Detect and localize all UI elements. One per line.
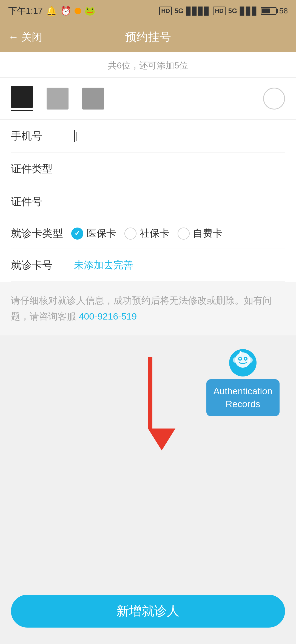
radio-zifei[interactable]: 自费卡 (178, 227, 223, 240)
info-notice: 请仔细核对就诊人信息，成功预约后将无法修改或删除。如有问题，请咨询客服 400-… (0, 282, 296, 335)
radio-shebao-label: 社保卡 (140, 227, 169, 240)
sub-header: 共6位，还可添加5位 (0, 52, 296, 78)
signal-5g-icon: 5G (175, 7, 183, 15)
patient-avatar-2 (47, 88, 69, 110)
card-type-row: 就诊卡类型 医保卡 社保卡 自费卡 (11, 218, 285, 249)
nav-back-button[interactable]: ← 关闭 (8, 30, 42, 44)
battery-icon (261, 7, 277, 15)
signal-bars-1: ▊▊▊▊ (186, 7, 210, 16)
add-patient-avatar (263, 88, 285, 110)
back-arrow-icon: ← (8, 31, 19, 43)
svg-point-6 (240, 351, 242, 353)
card-type-label: 就诊卡类型 (11, 226, 66, 240)
notice-text: 请仔细核对就诊人信息，成功预约后将无法修改或删除。如有问题，请咨询客服 (11, 295, 272, 321)
nav-bar: ← 关闭 预约挂号 (0, 22, 296, 52)
empty-area: AuthenticationRecords (0, 335, 296, 586)
patient-tab-add[interactable] (263, 88, 285, 110)
status-right: HD 5G ▊▊▊▊ HD 5G ▊▊▊ 58 (159, 7, 288, 16)
dot-icon (75, 8, 81, 14)
form-area: 手机号 证件类型 证件号 就诊卡类型 医保卡 社保卡 (0, 120, 296, 282)
phone-input[interactable] (74, 130, 285, 142)
id-type-row[interactable]: 证件类型 (11, 153, 285, 185)
patient-avatar-1 (11, 86, 33, 108)
mascot-svg (232, 350, 254, 375)
face-icon: 🐸 (84, 6, 95, 16)
signal-bars-2: ▊▊▊ (240, 7, 258, 16)
radio-zifei-circle (178, 228, 190, 240)
battery-fill (262, 8, 270, 13)
card-number-row[interactable]: 就诊卡号 未添加去完善 (11, 249, 285, 282)
patient-count-text: 共6位，还可添加5位 (0, 60, 296, 77)
id-number-label: 证件号 (11, 195, 66, 209)
radio-yibao[interactable]: 医保卡 (71, 227, 116, 240)
auth-avatar-icon (229, 349, 257, 376)
close-label: 关闭 (21, 30, 42, 44)
signal-5g-2-icon: 5G (228, 7, 237, 15)
arrow-shaft (148, 357, 152, 429)
id-number-row[interactable]: 证件号 (11, 185, 285, 218)
radio-shebao[interactable]: 社保卡 (124, 227, 169, 240)
auth-label-box: AuthenticationRecords (206, 379, 280, 416)
hd-badge: HD (159, 7, 172, 15)
radio-shebao-circle (124, 228, 136, 240)
battery-level: 58 (279, 7, 288, 15)
arrow-head (148, 429, 175, 450)
add-patient-button[interactable]: 新增就诊人 (11, 595, 285, 628)
svg-point-0 (235, 352, 251, 368)
auth-records-widget[interactable]: AuthenticationRecords (206, 349, 280, 416)
phone-row: 手机号 (11, 120, 285, 153)
patient-tab-3[interactable] (82, 88, 104, 110)
status-left: 下午1:17 🔔 ⏰ 🐸 (8, 5, 95, 17)
notify-icon: 🔔 (46, 6, 57, 16)
bottom-button-area: 新增就诊人 (0, 586, 296, 644)
radio-zifei-label: 自费卡 (193, 227, 223, 240)
card-type-radio-group: 医保卡 社保卡 自费卡 (71, 227, 285, 240)
notice-phone[interactable]: 400-9216-519 (79, 311, 137, 321)
patient-tab-2[interactable] (47, 88, 69, 110)
main-content: 共6位，还可添加5位 手机号 证件类型 证件号 (0, 52, 296, 644)
patient-tab-1[interactable] (11, 86, 33, 111)
alarm-icon: ⏰ (60, 6, 71, 16)
tab-active-indicator (11, 110, 33, 111)
svg-point-8 (248, 357, 253, 363)
auth-label-text: AuthenticationRecords (214, 385, 273, 411)
status-bar: 下午1:17 🔔 ⏰ 🐸 HD 5G ▊▊▊▊ HD 5G ▊▊▊ 58 (0, 0, 296, 22)
phone-label: 手机号 (11, 129, 66, 143)
patient-tabs (0, 78, 296, 120)
patient-avatar-3 (82, 88, 104, 110)
time-display: 下午1:17 (8, 5, 43, 17)
radio-yibao-circle (71, 228, 83, 240)
card-number-label: 就诊卡号 (11, 258, 66, 272)
card-number-value[interactable]: 未添加去完善 (74, 258, 133, 272)
id-type-label: 证件类型 (11, 162, 66, 176)
svg-point-3 (239, 358, 241, 360)
svg-point-4 (245, 358, 246, 360)
svg-point-7 (233, 357, 237, 363)
radio-yibao-label: 医保卡 (87, 227, 116, 240)
hd-badge-2: HD (213, 7, 226, 15)
page-title: 预约挂号 (125, 29, 171, 45)
